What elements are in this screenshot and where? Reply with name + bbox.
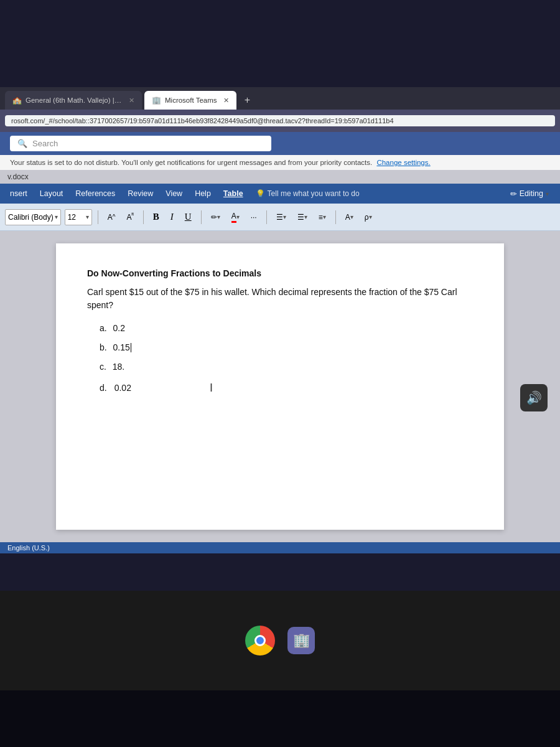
option-b: b. 0.15 <box>87 341 473 354</box>
word-menu-bar: nsert Layout References Review View Help… <box>0 184 560 204</box>
text-cursor-indicator: I <box>210 380 213 397</box>
word-status-bar: English (U.S.) <box>0 542 560 553</box>
top-background <box>0 0 560 87</box>
tab1-close[interactable]: ✕ <box>129 96 134 105</box>
tab-teams[interactable]: 🏢 Microsoft Teams ✕ <box>144 91 236 110</box>
teams-header: 🔍 Search <box>0 132 560 155</box>
tab1-teams-icon: 🏫 <box>12 96 22 105</box>
editing-label: Editing <box>520 189 543 198</box>
tell-me-text[interactable]: Tell me what you want to do <box>268 189 360 198</box>
font-size-selector[interactable]: 12 ▾ <box>65 209 92 225</box>
font-family-value: Calibri (Body) <box>8 213 54 222</box>
teams-icon-glyph: 🏢 <box>293 632 310 649</box>
indent-button[interactable]: ≡▾ <box>315 209 330 225</box>
language-status: English (U.S.) <box>7 544 50 552</box>
search-placeholder: Search <box>32 139 58 148</box>
menu-view[interactable]: View <box>161 187 187 200</box>
font-family-selector[interactable]: Calibri (Body) ▾ <box>5 209 61 225</box>
word-toolbar: Calibri (Body) ▾ 12 ▾ A^ A˜ B I U ✏▾ A▾ … <box>0 204 560 231</box>
tab-general[interactable]: 🏫 General (6th Math. Vallejo) | Mi... ✕ <box>5 91 142 110</box>
option-d: d. 0.02 I <box>87 380 473 397</box>
decrease-font-button[interactable]: A˜ <box>123 209 137 225</box>
option-c: c. 18. <box>87 360 473 374</box>
speaker-button[interactable]: 🔊 <box>520 384 548 411</box>
word-filename: v.docx <box>7 172 29 181</box>
highlight-button[interactable]: ✏▾ <box>207 209 224 225</box>
styles-button[interactable]: A▾ <box>342 209 357 225</box>
new-tab-button[interactable]: + <box>239 92 256 109</box>
separator-4 <box>266 210 267 224</box>
underline-button[interactable]: U <box>181 209 195 225</box>
dnd-notice: Your status is set to do not disturb. Yo… <box>0 155 560 170</box>
document-page[interactable]: Do Now-Converting Fractions to Decimals … <box>56 243 504 530</box>
option-a: a. 0.2 <box>87 322 473 335</box>
increase-font-button[interactable]: A^ <box>104 209 119 225</box>
bottom-dark-area <box>0 690 560 747</box>
option-b-letter: b. <box>100 342 107 352</box>
option-c-value: 18. <box>113 362 124 372</box>
font-color-button[interactable]: A▾ <box>228 209 243 225</box>
dnd-message: Your status is set to do not disturb. Yo… <box>10 159 372 166</box>
menu-layout[interactable]: Layout <box>35 187 68 200</box>
tell-me-area: 💡 Tell me what you want to do <box>251 187 365 200</box>
menu-help[interactable]: Help <box>190 187 216 200</box>
word-filename-bar: v.docx <box>0 170 560 184</box>
bullets-button[interactable]: ☰▾ <box>273 209 290 225</box>
separator-3 <box>201 210 202 224</box>
menu-table[interactable]: Table <box>218 187 248 200</box>
separator-5 <box>335 210 336 224</box>
chrome-taskbar-icon[interactable] <box>245 626 275 655</box>
pencil-icon: ✏ <box>510 189 517 199</box>
option-a-letter: a. <box>100 323 107 333</box>
tab1-label: General (6th Math. Vallejo) | Mi... <box>26 96 123 104</box>
tab2-icon: 🏢 <box>152 96 161 105</box>
option-d-value: 0.02 <box>114 382 131 395</box>
address-text: rosoft.com/_#/school/tab::3717002657/19:… <box>11 117 394 125</box>
search-box[interactable]: 🔍 Search <box>10 136 271 151</box>
more-options-button[interactable]: ··· <box>247 209 261 225</box>
font-size-chevron: ▾ <box>86 214 89 220</box>
change-settings-link[interactable]: Change settings. <box>376 159 430 166</box>
editing-button[interactable]: ✏ Editing ▾ <box>504 187 555 201</box>
document-container: Do Now-Converting Fractions to Decimals … <box>0 231 560 542</box>
menu-references[interactable]: References <box>70 187 120 200</box>
option-b-value: 0.15 <box>113 342 131 352</box>
lightbulb-icon: 💡 <box>256 189 265 198</box>
tab2-close[interactable]: ✕ <box>223 96 229 105</box>
numbering-button[interactable]: ☰▾ <box>294 209 311 225</box>
font-size-value: 12 <box>68 213 76 222</box>
italic-button[interactable]: I <box>167 209 177 225</box>
font-family-chevron: ▾ <box>55 214 58 220</box>
bold-button[interactable]: B <box>149 209 163 225</box>
option-a-value: 0.2 <box>113 323 125 333</box>
document-title: Do Now-Converting Fractions to Decimals <box>87 268 473 278</box>
option-d-letter: d. <box>100 382 107 395</box>
menu-review[interactable]: Review <box>123 187 158 200</box>
document-question: Carl spent $15 out of the $75 in his wal… <box>87 286 473 312</box>
search-icon: 🔍 <box>17 139 27 148</box>
separator-1 <box>98 210 98 224</box>
teams-taskbar-icon[interactable]: 🏢 <box>287 627 315 654</box>
address-bar-container: rosoft.com/_#/school/tab::3717002657/19:… <box>0 110 560 132</box>
tab-bar: 🏫 General (6th Math. Vallejo) | Mi... ✕ … <box>0 87 560 110</box>
separator-2 <box>143 210 144 224</box>
address-bar[interactable]: rosoft.com/_#/school/tab::3717002657/19:… <box>5 115 555 126</box>
option-c-letter: c. <box>100 362 106 372</box>
speaker-icon: 🔊 <box>526 390 542 405</box>
menu-insert[interactable]: nsert <box>5 187 32 200</box>
find-button[interactable]: ρ▾ <box>361 209 376 225</box>
chevron-down-icon: ▾ <box>546 190 549 197</box>
taskbar: 🏢 <box>0 591 560 690</box>
tab2-label: Microsoft Teams <box>165 96 217 104</box>
